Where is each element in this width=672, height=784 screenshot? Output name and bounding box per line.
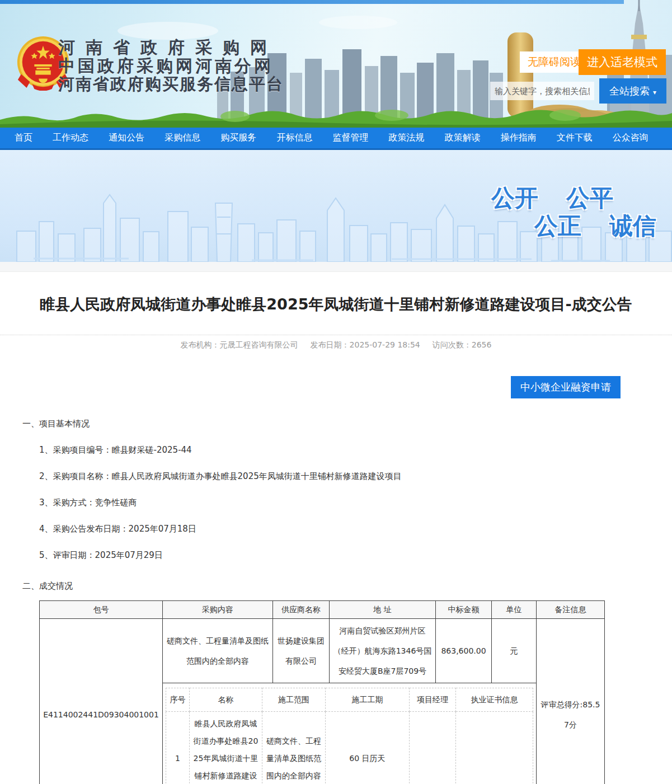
col-header-remark: 备注信息 xyxy=(537,601,605,619)
nav-item-purchase-services[interactable]: 购买服务 xyxy=(220,132,256,144)
main-nav: 首页 工作动态 通知公告 采购信息 购买服务 开标信息 监督管理 政策法规 政策… xyxy=(0,128,672,150)
publisher-label: 发布机构： xyxy=(181,340,220,349)
award-table: 包号 采购内容 供应商名称 地 址 中标金额 单位 备注信息 E41140024… xyxy=(39,600,605,784)
nav-item-home[interactable]: 首页 xyxy=(15,132,32,144)
detail-inner-table: 序号 名称 施工范围 施工工期 项目经理 执业证书信息 1 睢县人民政府凤城街道… xyxy=(166,688,533,784)
col-header-package-no: 包号 xyxy=(40,601,163,619)
nav-item-notices[interactable]: 通知公告 xyxy=(109,132,144,144)
chevron-down-icon: ▾ xyxy=(653,88,656,96)
cell-amount: 863,600.00 xyxy=(436,619,492,683)
finance-button-row: 中小微企业融资申请 xyxy=(0,376,672,398)
site-search-button[interactable]: 全站搜索▾ xyxy=(599,78,666,104)
inner-cell-manager xyxy=(410,712,456,784)
inner-col-certificate: 执业证书信息 xyxy=(456,688,533,712)
nav-item-supervision[interactable]: 监督管理 xyxy=(332,132,368,144)
site-title-line3: 河南省政府购买服务信息平台 xyxy=(58,75,284,93)
section-award-heading: 二、成交情况 xyxy=(22,581,672,591)
col-header-address: 地 址 xyxy=(330,601,436,619)
top-blue-strip xyxy=(0,0,624,4)
basic-item-announce-date: 4、采购公告发布日期：2025年07月18日 xyxy=(39,524,672,534)
detail-cell: 序号 名称 施工范围 施工工期 项目经理 执业证书信息 1 睢县人民政府凤城街道… xyxy=(163,683,537,784)
nav-item-operation-guide[interactable]: 操作指南 xyxy=(501,132,537,144)
inner-cell-scope: 磋商文件、工程量清单及图纸范围内的全部内容 xyxy=(262,712,326,784)
nav-item-policy-interpretation[interactable]: 政策解读 xyxy=(445,132,481,144)
nav-item-procurement-info[interactable]: 采购信息 xyxy=(165,132,200,144)
search-input[interactable] xyxy=(490,82,594,100)
publisher-value: 元晟工程咨询有限公司 xyxy=(220,340,298,349)
inner-col-manager: 项目经理 xyxy=(410,688,456,712)
site-search-label: 全站搜索 xyxy=(609,85,650,97)
col-header-amount: 中标金额 xyxy=(436,601,492,619)
col-header-supplier: 供应商名称 xyxy=(273,601,330,619)
site-title-line2: 中国政府采购网河南分网 xyxy=(58,57,284,75)
nav-item-file-download[interactable]: 文件下载 xyxy=(557,132,593,144)
inner-cell-duration: 60 日历天 xyxy=(326,712,410,784)
sme-financing-button[interactable]: 中小微企业融资申请 xyxy=(511,376,621,398)
inner-col-duration: 施工工期 xyxy=(326,688,410,712)
slogan-fair: 公平 xyxy=(566,184,613,212)
col-header-content: 采购内容 xyxy=(163,601,273,619)
basic-item-project-name: 2、采购项目名称：睢县人民政府凤城街道办事处睢县2025年凤城街道十里铺村新修道… xyxy=(39,471,672,482)
article-meta: 发布机构：元晟工程咨询有限公司发布日期：2025-07-29 18:54访问次数… xyxy=(0,335,672,350)
col-header-unit: 单位 xyxy=(492,601,537,619)
page: 河南省政府采购网 中国政府采购网河南分网 河南省政府购买服务信息平台 无障碍阅读… xyxy=(0,0,672,784)
cell-supplier: 世扬建设集团有限公司 xyxy=(273,619,330,683)
page-title: 睢县人民政府凤城街道办事处睢县2025年凤城街道十里铺村新修道路建设项目-成交公… xyxy=(0,294,672,314)
publish-date-label: 发布日期： xyxy=(311,340,350,349)
cell-unit: 元 xyxy=(492,619,537,683)
slogan-banner: 公开公平 公正诚信 xyxy=(0,150,672,262)
basic-item-method: 3、采购方式：竞争性磋商 xyxy=(39,497,672,508)
nav-item-bid-opening-info[interactable]: 开标信息 xyxy=(276,132,312,144)
slogan-honest: 诚信 xyxy=(609,212,656,240)
site-title-block: 河南省政府采购网 中国政府采购网河南分网 河南省政府购买服务信息平台 xyxy=(58,38,284,93)
award-table-main-row: E4114002441D09304001001 磋商文件、工程量清单及图纸范围内… xyxy=(40,619,605,683)
inner-col-name: 名称 xyxy=(190,688,262,712)
basic-item-project-no: 1、采购项目编号：睢县财采磋-2025-44 xyxy=(39,445,672,456)
slogan-just: 公正 xyxy=(534,212,581,240)
section-basic-heading: 一、项目基本情况 xyxy=(22,419,672,429)
site-title-line1: 河南省政府采购网 xyxy=(58,38,284,57)
slogan-open: 公开 xyxy=(491,184,538,212)
slogan-line1: 公开公平 xyxy=(491,182,613,214)
cell-address: 河南自贸试验区郑州片区（经开）航海东路1346号国安经贸大厦B座7层709号 xyxy=(330,619,436,683)
inner-col-seq: 序号 xyxy=(166,688,190,712)
award-table-header-row: 包号 采购内容 供应商名称 地 址 中标金额 单位 备注信息 xyxy=(40,601,605,619)
inner-table-header-row: 序号 名称 施工范围 施工工期 项目经理 执业证书信息 xyxy=(166,688,533,712)
nav-item-public-consultation[interactable]: 公众咨询 xyxy=(613,132,648,144)
inner-cell-certificate xyxy=(456,712,533,784)
visits-value: 2656 xyxy=(472,340,492,349)
nav-item-policies-regulations[interactable]: 政策法规 xyxy=(389,132,425,144)
slogan-line2: 公正诚信 xyxy=(534,210,656,242)
visits-label: 访问次数： xyxy=(433,340,472,349)
site-header: 河南省政府采购网 中国政府采购网河南分网 河南省政府购买服务信息平台 无障碍阅读… xyxy=(0,0,672,128)
article-body: 一、项目基本情况 1、采购项目编号：睢县财采磋-2025-44 2、采购项目名称… xyxy=(0,419,672,784)
inner-table-row: 1 睢县人民政府凤城街道办事处睢县2025年凤城街道十里铺村新修道路建设项目 磋… xyxy=(166,712,533,784)
cell-package-no: E4114002441D09304001001 xyxy=(40,619,163,784)
inner-cell-seq: 1 xyxy=(166,712,190,784)
inner-cell-name: 睢县人民政府凤城街道办事处睢县2025年凤城街道十里铺村新修道路建设项目 xyxy=(190,712,262,784)
cell-content: 磋商文件、工程量清单及图纸范围内的全部内容 xyxy=(163,619,273,683)
publish-date-value: 2025-07-29 18:54 xyxy=(350,340,420,349)
basic-item-review-date: 5、评审日期：2025年07月29日 xyxy=(39,550,672,561)
nav-item-work-news[interactable]: 工作动态 xyxy=(53,132,88,144)
elder-mode-button[interactable]: 进入适老模式 xyxy=(579,49,666,75)
inner-col-scope: 施工范围 xyxy=(262,688,326,712)
article-content: 睢县人民政府凤城街道办事处睢县2025年凤城街道十里铺村新修道路建设项目-成交公… xyxy=(0,294,672,784)
cell-remark-score: 评审总得分:85.57分 xyxy=(537,619,605,784)
divider-strip xyxy=(0,262,672,272)
